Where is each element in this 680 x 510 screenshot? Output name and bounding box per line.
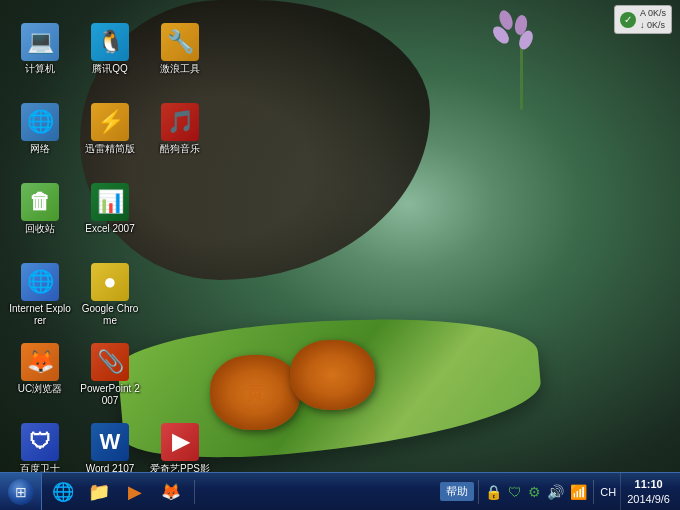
icon-label-excel: Excel 2007 bbox=[85, 223, 134, 235]
icon-label-computer: 计算机 bbox=[25, 63, 55, 75]
icon-label-network: 网络 bbox=[30, 143, 50, 155]
icon-label-qq: 腾讯QQ bbox=[92, 63, 128, 75]
flowers-decoration bbox=[480, 10, 560, 110]
icon-label-kuwo: 酷狗音乐 bbox=[160, 143, 200, 155]
help-button[interactable]: 帮助 bbox=[440, 482, 474, 501]
icon-img-powerpoint: 📎 bbox=[91, 343, 129, 381]
start-button[interactable] bbox=[0, 473, 42, 511]
clock-area[interactable]: 11:10 2014/9/6 bbox=[620, 473, 676, 510]
icon-label-uc: UC浏览器 bbox=[18, 383, 62, 395]
desktop-icon-word[interactable]: WWord 2107 bbox=[75, 420, 145, 478]
ime-indicator[interactable]: CH bbox=[598, 486, 618, 498]
system-tray-area: 帮助 🔒 🛡 ⚙ 🔊 📶 CH 11:10 2014/9/6 bbox=[440, 473, 680, 510]
desktop-icon-jijia[interactable]: ⚡迅雷精简版 bbox=[75, 100, 145, 158]
desktop-icon-qq[interactable]: 🐧腾讯QQ bbox=[75, 20, 145, 78]
icon-img-pps: ▶ bbox=[161, 423, 199, 461]
icon-img-network: 🌐 bbox=[21, 103, 59, 141]
tray-divider2 bbox=[593, 480, 594, 504]
icon-img-kuwo: 🎵 bbox=[161, 103, 199, 141]
icon-img-baidu: 🛡 bbox=[21, 423, 59, 461]
icon-img-ie: 🌐 bbox=[21, 263, 59, 301]
icon-label-recycle: 回收站 bbox=[25, 223, 55, 235]
taskbar-explorer-icon[interactable]: 📁 bbox=[82, 475, 116, 509]
desktop-icon-baidu[interactable]: 🛡百度卫士 bbox=[5, 420, 75, 478]
icon-img-jijia2: 🔧 bbox=[161, 23, 199, 61]
desktop-icon-kuwo[interactable]: 🎵酷狗音乐 bbox=[145, 100, 215, 158]
desktop-icons-area: 💻计算机🌐网络🗑回收站🌐Internet Explorer🦊UC浏览器🛡百度卫士… bbox=[0, 10, 140, 460]
language-indicator: ✓ A 0K/s ↓ 0K/s bbox=[614, 5, 672, 34]
icon-img-qq: 🐧 bbox=[91, 23, 129, 61]
icon-label-chrome: Google Chrome bbox=[78, 303, 142, 327]
taskbar-uc-icon[interactable]: 🦊 bbox=[154, 475, 188, 509]
icon-img-uc: 🦊 bbox=[21, 343, 59, 381]
clock-date: 2014/9/6 bbox=[627, 492, 670, 506]
tray-icon-shield[interactable]: 🛡 bbox=[506, 482, 524, 502]
desktop-icon-jijia2[interactable]: 🔧激浪工具 bbox=[145, 20, 215, 78]
taskbar-divider bbox=[194, 480, 195, 504]
desktop-icon-uc[interactable]: 🦊UC浏览器 bbox=[5, 340, 75, 398]
icon-label-ie: Internet Explorer bbox=[8, 303, 72, 327]
desktop-icon-powerpoint[interactable]: 📎PowerPoint 2007 bbox=[75, 340, 145, 410]
desktop-icon-chrome[interactable]: ●Google Chrome bbox=[75, 260, 145, 330]
mooncake-1 bbox=[210, 355, 300, 430]
icon-label-jijia2: 激浪工具 bbox=[160, 63, 200, 75]
taskbar-media-icon[interactable]: ▶ bbox=[118, 475, 152, 509]
icon-img-word: W bbox=[91, 423, 129, 461]
lang-check-icon: ✓ bbox=[620, 12, 636, 28]
icon-img-computer: 💻 bbox=[21, 23, 59, 61]
icon-img-excel: 📊 bbox=[91, 183, 129, 221]
tray-icon-1[interactable]: 🔒 bbox=[483, 482, 504, 502]
lang-line1: A 0K/s bbox=[640, 8, 666, 20]
taskbar: 🌐 📁 ▶ 🦊 帮助 🔒 🛡 ⚙ 🔊 📶 CH 11:10 bbox=[0, 472, 680, 510]
clock-time: 11:10 bbox=[635, 477, 663, 491]
taskbar-ie-icon[interactable]: 🌐 bbox=[46, 475, 80, 509]
desktop-icon-recycle[interactable]: 🗑回收站 bbox=[5, 180, 75, 238]
icon-img-chrome: ● bbox=[91, 263, 129, 301]
tray-icon-360[interactable]: ⚙ bbox=[526, 482, 543, 502]
ime-ch-label: CH bbox=[600, 486, 616, 498]
lang-text: A 0K/s ↓ 0K/s bbox=[640, 8, 666, 31]
icon-label-jijia: 迅雷精简版 bbox=[85, 143, 135, 155]
lang-line2: ↓ 0K/s bbox=[640, 20, 666, 32]
tray-icon-network[interactable]: 📶 bbox=[568, 482, 589, 502]
icon-img-recycle: 🗑 bbox=[21, 183, 59, 221]
start-orb-icon bbox=[8, 479, 34, 505]
desktop-icon-computer[interactable]: 💻计算机 bbox=[5, 20, 75, 78]
tray-divider bbox=[478, 480, 479, 504]
desktop: ✓ A 0K/s ↓ 0K/s 💻计算机🌐网络🗑回收站🌐Internet Exp… bbox=[0, 0, 680, 510]
desktop-icon-network[interactable]: 🌐网络 bbox=[5, 100, 75, 158]
tray-icon-volume[interactable]: 🔊 bbox=[545, 482, 566, 502]
desktop-icon-ie[interactable]: 🌐Internet Explorer bbox=[5, 260, 75, 330]
icon-label-powerpoint: PowerPoint 2007 bbox=[78, 383, 142, 407]
icon-img-jijia: ⚡ bbox=[91, 103, 129, 141]
taskbar-quick-launch: 🌐 📁 ▶ 🦊 bbox=[42, 473, 192, 510]
desktop-icon-excel[interactable]: 📊Excel 2007 bbox=[75, 180, 145, 238]
mooncake-2 bbox=[290, 340, 375, 410]
